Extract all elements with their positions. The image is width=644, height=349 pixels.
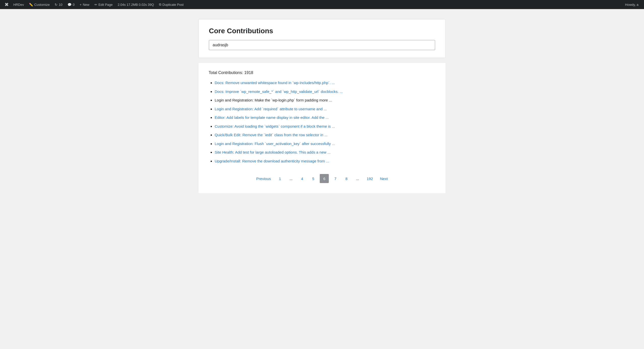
search-box: Core Contributions [199, 19, 445, 58]
comments-link[interactable]: 💬 0 [65, 0, 77, 9]
site-name-label: HRDev [13, 3, 24, 7]
search-input[interactable] [209, 40, 435, 50]
list-item: Site Health: Add test for large autoload… [215, 150, 435, 155]
updates-icon: ↻ [55, 3, 57, 7]
contribution-link[interactable]: Login and Registration: Flush `user_acti… [215, 142, 335, 146]
edit-icon: ✏ [94, 3, 97, 7]
howdy-text: Howdy, a [622, 3, 641, 7]
contribution-link[interactable]: Login and Registration: Add `required` a… [215, 107, 327, 111]
list-item: Customize: Avoid loading the `widgets` c… [215, 124, 435, 129]
contribution-link[interactable]: Upgrade/Install: Remove the download aut… [215, 159, 329, 163]
previous-button[interactable]: Previous [254, 174, 273, 183]
total-contributions: Total Contributions: 1918 [209, 71, 435, 75]
ellipsis-1: ... [286, 174, 296, 183]
contribution-link[interactable]: Site Health: Add test for large autoload… [215, 150, 331, 154]
page-7-link[interactable]: 7 [331, 174, 340, 183]
customize-link[interactable]: ✏️ Customize [26, 0, 52, 9]
results-box: Total Contributions: 1918 Docs: Remove u… [199, 63, 445, 193]
site-name-link[interactable]: HRDev [11, 0, 26, 9]
duplicate-icon: ⧉ [159, 3, 161, 7]
page-1-link[interactable]: 1 [275, 174, 284, 183]
contribution-link[interactable]: Docs: Remove unwanted whitespace found i… [215, 81, 335, 85]
customize-icon: ✏️ [29, 3, 33, 7]
list-item: Login and Registration: Make the `wp-log… [215, 97, 435, 103]
page-192-link[interactable]: 192 [364, 174, 375, 183]
ellipsis-2: ... [353, 174, 362, 183]
pagination: Previous 1 ... 4 5 6 7 8 ... 192 Next [209, 171, 435, 186]
contribution-link[interactable]: Customize: Avoid loading the `widgets` c… [215, 124, 335, 128]
page-4-link[interactable]: 4 [298, 174, 307, 183]
next-button[interactable]: Next [377, 174, 390, 183]
perf-stats: 2.04s 17.2MB 0.02s 39Q [115, 0, 156, 9]
list-item: Editor: Add labels for template name dis… [215, 115, 435, 121]
list-item: Quick/Bulk Edit: Remove the `iedit` clas… [215, 132, 435, 138]
page-8-link[interactable]: 8 [342, 174, 351, 183]
contribution-text: Login and Registration: Make the `wp-log… [215, 98, 332, 102]
list-item: Login and Registration: Flush `user_acti… [215, 141, 435, 147]
page-6-current: 6 [320, 174, 329, 183]
edit-page-link[interactable]: ✏ Edit Page [92, 0, 115, 9]
list-item: Login and Registration: Add `required` a… [215, 106, 435, 112]
main-content: Core Contributions Total Contributions: … [0, 9, 644, 349]
plus-icon: + [80, 3, 82, 7]
list-item: Docs: Improve `wp_remote_safe_*` and `wp… [215, 89, 435, 95]
page-title: Core Contributions [209, 27, 435, 35]
wp-logo-icon[interactable]: ✖ [3, 2, 11, 8]
contributions-list: Docs: Remove unwanted whitespace found i… [209, 80, 435, 164]
contribution-link[interactable]: Quick/Bulk Edit: Remove the `iedit` clas… [215, 133, 328, 137]
duplicate-post-link[interactable]: ⧉ Duplicate Post [156, 0, 186, 9]
page-5-link[interactable]: 5 [309, 174, 318, 183]
list-item: Docs: Remove unwanted whitespace found i… [215, 80, 435, 86]
comments-icon: 💬 [68, 3, 72, 7]
new-link[interactable]: + New [77, 0, 92, 9]
list-item: Upgrade/Install: Remove the download aut… [215, 158, 435, 164]
contribution-link[interactable]: Editor: Add labels for template name dis… [215, 115, 329, 120]
updates-link[interactable]: ↻ 10 [52, 0, 65, 9]
contribution-link[interactable]: Docs: Improve `wp_remote_safe_*` and `wp… [215, 89, 343, 94]
admin-bar: ✖ HRDev ✏️ Customize ↻ 10 💬 0 + New ✏ Ed… [0, 0, 644, 9]
